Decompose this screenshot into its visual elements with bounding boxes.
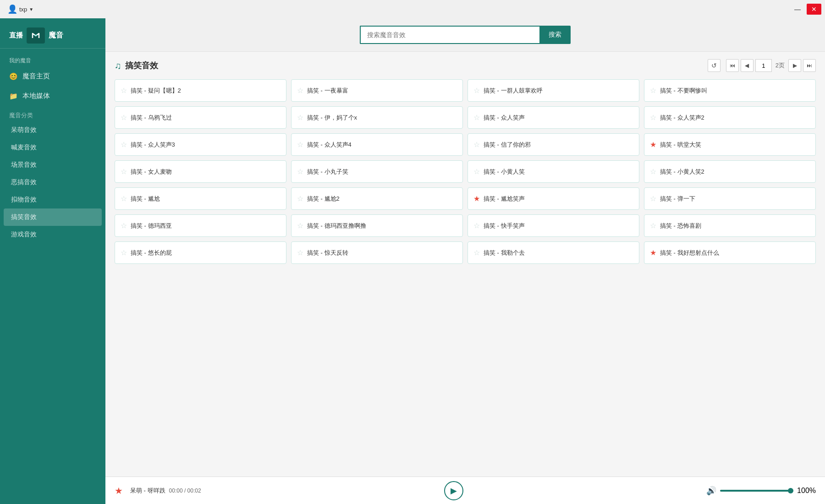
sound-item[interactable]: ★ 搞笑 - 尴尬笑声 <box>468 187 639 210</box>
prev-page-button[interactable]: ◀ <box>741 59 754 72</box>
sound-item[interactable]: ☆ 搞笑 - 不要啊惨叫 <box>644 79 816 102</box>
sound-star-icon[interactable]: ☆ <box>297 248 303 257</box>
sound-name: 搞笑 - 众人笑声 <box>484 114 525 122</box>
sound-star-icon[interactable]: ☆ <box>650 113 656 122</box>
sound-star-icon[interactable]: ★ <box>650 248 656 257</box>
refresh-button[interactable]: ↺ <box>708 59 720 72</box>
play-button[interactable]: ▶ <box>444 481 463 500</box>
sound-star-icon[interactable]: ☆ <box>121 194 127 203</box>
sound-star-icon[interactable]: ☆ <box>650 167 656 176</box>
sound-item[interactable]: ☆ 搞笑 - 悠长的屁 <box>115 241 286 264</box>
sound-star-icon[interactable]: ☆ <box>297 167 303 176</box>
sound-star-icon[interactable]: ☆ <box>297 194 303 203</box>
sound-star-icon[interactable]: ☆ <box>650 194 656 203</box>
sidebar-item-game[interactable]: 游戏音效 <box>0 226 105 243</box>
player-track-info: 呆萌 - 呀咩跌 00:00 / 00:02 <box>130 487 201 495</box>
game-label: 游戏音效 <box>11 230 37 238</box>
sound-star-icon[interactable]: ☆ <box>473 86 480 95</box>
sound-star-icon[interactable]: ☆ <box>473 167 480 176</box>
search-button[interactable]: 搜索 <box>539 26 571 44</box>
last-page-button[interactable]: ⏭ <box>803 59 816 72</box>
sound-star-icon[interactable]: ☆ <box>121 167 127 176</box>
sound-item[interactable]: ☆ 搞笑 - 一夜暴富 <box>291 79 463 102</box>
sound-star-icon[interactable]: ☆ <box>121 86 127 95</box>
volume-percent: 100% <box>797 487 816 495</box>
sound-star-icon[interactable]: ☆ <box>473 248 480 257</box>
volume-slider[interactable] <box>720 490 793 492</box>
sidebar-item-object[interactable]: 拟物音效 <box>0 191 105 208</box>
sound-item[interactable]: ☆ 搞笑 - 恐怖喜剧 <box>644 214 816 237</box>
cute-label: 呆萌音效 <box>11 126 37 133</box>
sound-item[interactable]: ★ 搞笑 - 我好想射点什么 <box>644 241 816 264</box>
sound-item[interactable]: ☆ 搞笑 - 德玛西亚撸啊撸 <box>291 214 463 237</box>
sidebar-item-home[interactable]: 😊 魔音主页 <box>0 66 105 86</box>
user-icon: 👤 <box>7 4 17 14</box>
search-input[interactable] <box>360 26 539 44</box>
sound-star-icon[interactable]: ★ <box>473 194 480 203</box>
sound-item[interactable]: ☆ 搞笑 - 众人笑声3 <box>115 133 286 156</box>
sound-star-icon[interactable]: ☆ <box>473 140 480 149</box>
player-time-sep: / <box>184 488 187 494</box>
sidebar-item-troll[interactable]: 恶搞音效 <box>0 174 105 191</box>
sound-name: 搞笑 - 众人笑声2 <box>660 114 704 122</box>
sound-star-icon[interactable]: ☆ <box>297 86 303 95</box>
sound-item[interactable]: ☆ 搞笑 - 快手笑声 <box>468 214 639 237</box>
sound-star-icon[interactable]: ☆ <box>473 113 480 122</box>
sound-item[interactable]: ☆ 搞笑 - 尴尬 <box>115 187 286 210</box>
local-label: 本地媒体 <box>22 92 50 100</box>
sound-item[interactable]: ☆ 搞笑 - 信了你的邪 <box>468 133 639 156</box>
sidebar-item-funny[interactable]: 搞笑音效 <box>4 208 102 226</box>
player-favorite-star[interactable]: ★ <box>115 485 123 496</box>
title-bar: 👤 txp ▼ — ✕ <box>0 0 825 18</box>
sound-star-icon[interactable]: ☆ <box>297 140 303 149</box>
sound-item[interactable]: ☆ 搞笑 - 我勒个去 <box>468 241 639 264</box>
sidebar-item-scene[interactable]: 场景音效 <box>0 156 105 174</box>
sound-item[interactable]: ☆ 搞笑 - 乌鸦飞过 <box>115 106 286 129</box>
pagination: ↺ ⏮ ◀ 2页 ▶ ⏭ <box>708 59 816 72</box>
sound-item[interactable]: ☆ 搞笑 - 小丸子笑 <box>291 160 463 183</box>
volume-thumb <box>788 488 793 493</box>
sidebar-item-local[interactable]: 📁 本地媒体 <box>0 86 105 106</box>
sound-name: 搞笑 - 众人笑声4 <box>307 141 352 149</box>
sidebar-item-mic[interactable]: 喊麦音效 <box>0 139 105 156</box>
sound-item[interactable]: ☆ 搞笑 - 伊，妈了个x <box>291 106 463 129</box>
sound-item[interactable]: ☆ 搞笑 - 弹一下 <box>644 187 816 210</box>
sound-star-icon[interactable]: ☆ <box>121 221 127 230</box>
sound-item[interactable]: ☆ 搞笑 - 小黄人笑 <box>468 160 639 183</box>
sound-name: 搞笑 - 尴尬 <box>131 195 160 203</box>
page-header: ♫ 搞笑音效 ↺ ⏮ ◀ 2页 ▶ ⏭ <box>115 59 816 72</box>
sound-item[interactable]: ☆ 搞笑 - 小黄人笑2 <box>644 160 816 183</box>
minimize-button[interactable]: — <box>790 4 805 15</box>
sound-star-icon[interactable]: ☆ <box>650 221 656 230</box>
dropdown-icon[interactable]: ▼ <box>29 7 33 12</box>
logo-icon <box>27 27 45 44</box>
sound-star-icon[interactable]: ☆ <box>121 140 127 149</box>
sound-item[interactable]: ☆ 搞笑 - 德玛西亚 <box>115 214 286 237</box>
sound-star-icon[interactable]: ☆ <box>121 113 127 122</box>
sound-item[interactable]: ☆ 搞笑 - 疑问【嗯】2 <box>115 79 286 102</box>
sound-item[interactable]: ☆ 搞笑 - 一群人鼓掌欢呼 <box>468 79 639 102</box>
sound-item[interactable]: ☆ 搞笑 - 众人笑声 <box>468 106 639 129</box>
first-page-button[interactable]: ⏮ <box>726 59 739 72</box>
sound-item[interactable]: ☆ 搞笑 - 众人笑声4 <box>291 133 463 156</box>
sound-star-icon[interactable]: ☆ <box>297 113 303 122</box>
sound-item[interactable]: ☆ 搞笑 - 女人麦吻 <box>115 160 286 183</box>
close-button[interactable]: ✕ <box>807 4 821 15</box>
sound-star-icon[interactable]: ☆ <box>297 221 303 230</box>
sound-item[interactable]: ☆ 搞笑 - 众人笑声2 <box>644 106 816 129</box>
sound-star-icon[interactable]: ☆ <box>121 248 127 257</box>
sound-star-icon[interactable]: ☆ <box>473 221 480 230</box>
sound-star-icon[interactable]: ★ <box>650 140 656 149</box>
sound-name: 搞笑 - 不要啊惨叫 <box>660 87 707 95</box>
my-magic-label: 我的魔音 <box>0 53 105 66</box>
sound-item[interactable]: ☆ 搞笑 - 尴尬2 <box>291 187 463 210</box>
sidebar-subtitle: 魔音 <box>49 31 63 40</box>
sidebar-item-cute[interactable]: 呆萌音效 <box>0 121 105 139</box>
sidebar-header: 直播 魔音 <box>0 18 105 49</box>
sound-item[interactable]: ☆ 搞笑 - 惊天反转 <box>291 241 463 264</box>
sound-star-icon[interactable]: ☆ <box>650 86 656 95</box>
sidebar-title-text: 直播 <box>9 31 23 40</box>
next-page-button[interactable]: ▶ <box>788 59 801 72</box>
page-number-input[interactable] <box>755 59 772 72</box>
sound-item[interactable]: ★ 搞笑 - 哄堂大笑 <box>644 133 816 156</box>
